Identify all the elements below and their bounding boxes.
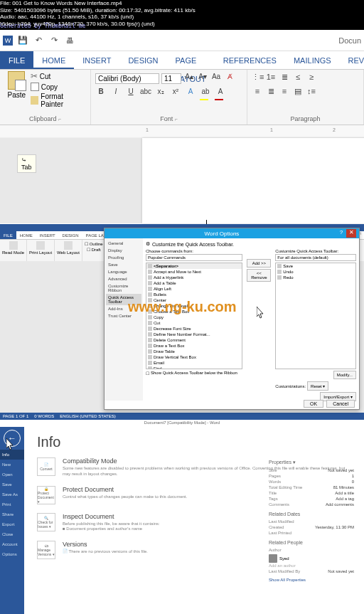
increase-indent-icon[interactable]: ≥ xyxy=(306,73,317,84)
dialog-title-bar[interactable]: Word Options ? ✕ xyxy=(105,228,359,238)
backstage-sidebar-item[interactable]: Open xyxy=(0,470,24,480)
command-list-item[interactable]: Accept and Move to Next xyxy=(146,269,242,275)
command-list-item[interactable]: Change List Level xyxy=(146,303,242,309)
command-list-item[interactable]: <Separator> xyxy=(146,263,242,269)
document-area[interactable]: ⤷ Tab xyxy=(0,138,364,223)
clear-formatting-icon[interactable]: A̸ xyxy=(224,73,235,84)
command-list-item[interactable]: Delete Comment xyxy=(146,337,242,343)
draft-button[interactable]: ☐ Draft xyxy=(87,247,101,252)
command-list-item[interactable]: Choose a Text Box xyxy=(146,309,242,314)
change-case-icon[interactable]: Aa xyxy=(210,73,222,84)
command-list-item[interactable]: Center xyxy=(146,297,242,303)
bold-button[interactable]: B xyxy=(95,88,107,99)
font-size-select[interactable]: 11 xyxy=(161,73,181,84)
tab-insert[interactable]: INSERT xyxy=(74,51,119,69)
property-value[interactable]: 0 xyxy=(352,480,354,484)
dialog-sidebar-item[interactable]: Language xyxy=(106,268,141,275)
numbering-icon[interactable]: 1≡ xyxy=(265,73,277,84)
strikethrough-button[interactable]: abc xyxy=(140,88,151,99)
tab-review[interactable]: REVIEW xyxy=(340,51,364,69)
highlight-button[interactable]: ab xyxy=(200,88,211,99)
backstage-sidebar-item[interactable]: Save As xyxy=(0,489,24,499)
choose-commands-select[interactable]: Popular Commands xyxy=(146,254,242,261)
command-list-item[interactable]: Align Left xyxy=(146,286,242,292)
backstage-sidebar-item[interactable]: Print xyxy=(0,499,24,509)
command-list-item[interactable]: Bullets xyxy=(146,292,242,297)
property-value[interactable]: Add comments xyxy=(326,502,354,507)
grow-font-icon[interactable]: A▴ xyxy=(183,73,195,84)
qat-scope-select[interactable]: For all documents (default) xyxy=(275,254,356,261)
commands-list[interactable]: <Separator>Accept and Move to NextAdd a … xyxy=(146,263,242,369)
ok-button[interactable]: OK xyxy=(304,400,323,408)
command-list-item[interactable]: Draw a Text Box xyxy=(146,343,242,349)
show-all-properties-link[interactable]: Show All Properties xyxy=(269,578,306,582)
dialog-sidebar-item[interactable]: Advanced xyxy=(106,275,141,282)
convert-button[interactable]: 📄Convert xyxy=(37,457,55,476)
command-list-item[interactable]: Draw Vertical Text Box xyxy=(146,354,242,360)
reset-button[interactable]: Reset ▾ xyxy=(307,381,328,391)
property-value[interactable]: 1 xyxy=(352,474,354,478)
qat-list[interactable]: SaveUndoRedo xyxy=(275,263,356,369)
qat-list-item[interactable]: Redo xyxy=(276,275,355,280)
dialog-sidebar-item[interactable]: Display xyxy=(106,247,141,254)
qat-redo-icon[interactable]: ↷ xyxy=(48,35,60,46)
line-spacing-icon[interactable]: ↕≡ xyxy=(306,87,317,98)
show-qat-below-checkbox[interactable]: ☐ Show Quick Access Toolbar below the Ri… xyxy=(146,371,242,376)
italic-button[interactable]: I xyxy=(110,88,122,99)
font-color-button[interactable]: A xyxy=(215,88,226,99)
command-list-item[interactable]: Cut xyxy=(146,320,242,326)
command-list-item[interactable]: Decrease Font Size xyxy=(146,326,242,332)
properties-heading[interactable]: Properties ▾ xyxy=(269,460,354,465)
dialog-sidebar-item[interactable]: Save xyxy=(106,261,141,268)
tab-file[interactable]: FILE xyxy=(0,51,33,69)
justify-icon[interactable]: ▤ xyxy=(292,87,304,98)
command-list-item[interactable]: Add a Table xyxy=(146,280,242,286)
backstage-sidebar-item[interactable]: Export xyxy=(0,519,24,529)
qat-list-item[interactable]: Save xyxy=(276,263,355,269)
multilevel-icon[interactable]: ≣ xyxy=(279,73,290,84)
dialog-sidebar-item[interactable]: Add-Ins xyxy=(106,305,141,312)
tab-references[interactable]: REFERENCES xyxy=(215,51,285,69)
backstage-sidebar-item[interactable]: Share xyxy=(0,509,24,519)
tab-mailings[interactable]: MAILINGS xyxy=(285,51,340,69)
remove-button[interactable]: << Remove xyxy=(247,269,271,282)
p2-tab-design[interactable]: DESIGN xyxy=(59,231,82,239)
backstage-sidebar-item[interactable]: Account xyxy=(0,539,24,549)
document-page[interactable] xyxy=(142,138,364,223)
cut-button[interactable]: ✂Cut xyxy=(31,71,86,81)
dialog-help-icon[interactable]: ? xyxy=(336,229,346,238)
backstage-sidebar-item[interactable]: Options xyxy=(0,549,24,559)
add-button[interactable]: Add >> xyxy=(247,259,271,268)
font-name-select[interactable]: Calibri (Body) xyxy=(95,73,159,84)
modify-button[interactable]: Modify... xyxy=(333,371,356,379)
property-value[interactable]: Add a tag xyxy=(336,497,354,501)
backstage-sidebar-item[interactable]: Close xyxy=(0,529,24,539)
shrink-font-icon[interactable]: A▾ xyxy=(197,73,208,84)
align-center-icon[interactable]: ≣ xyxy=(265,87,277,98)
command-list-item[interactable]: Copy xyxy=(146,314,242,320)
dialog-sidebar-item[interactable]: General xyxy=(106,240,141,247)
property-value[interactable]: Not saved yet xyxy=(328,468,354,472)
cancel-button[interactable]: Cancel xyxy=(326,400,355,408)
outline-button[interactable]: ☐ Outline xyxy=(85,241,103,246)
dialog-sidebar-item[interactable]: Quick Access Toolbar xyxy=(106,294,141,305)
clipboard-launcher-icon[interactable]: ⌐ xyxy=(58,117,61,122)
underline-button[interactable]: U xyxy=(125,88,136,99)
align-right-icon[interactable]: ≡ xyxy=(279,87,290,98)
p2-tab-insert[interactable]: INSERT xyxy=(36,231,59,239)
text-effects-icon[interactable]: A xyxy=(185,88,196,99)
backstage-sidebar-item[interactable]: New xyxy=(0,460,24,470)
dialog-close-icon[interactable]: ✕ xyxy=(346,229,356,238)
decrease-indent-icon[interactable]: ≤ xyxy=(292,73,304,84)
align-left-icon[interactable]: ≡ xyxy=(252,87,263,98)
qat-list-item[interactable]: Undo xyxy=(276,269,355,275)
superscript-button[interactable]: x² xyxy=(170,88,181,99)
check-issues-button[interactable]: 🔍Check for Issues ▾ xyxy=(37,513,55,531)
print-layout-button[interactable]: Print Layout xyxy=(27,240,55,261)
qat-undo-icon[interactable]: ↶ xyxy=(33,35,44,46)
copy-button[interactable]: Copy xyxy=(31,83,86,91)
command-list-item[interactable]: Draw Table xyxy=(146,349,242,354)
manage-versions-button[interactable]: 🗂Manage Versions ▾ xyxy=(37,541,55,559)
tab-design[interactable]: DESIGN xyxy=(119,51,166,69)
property-value[interactable]: 81 Minutes xyxy=(333,485,354,489)
